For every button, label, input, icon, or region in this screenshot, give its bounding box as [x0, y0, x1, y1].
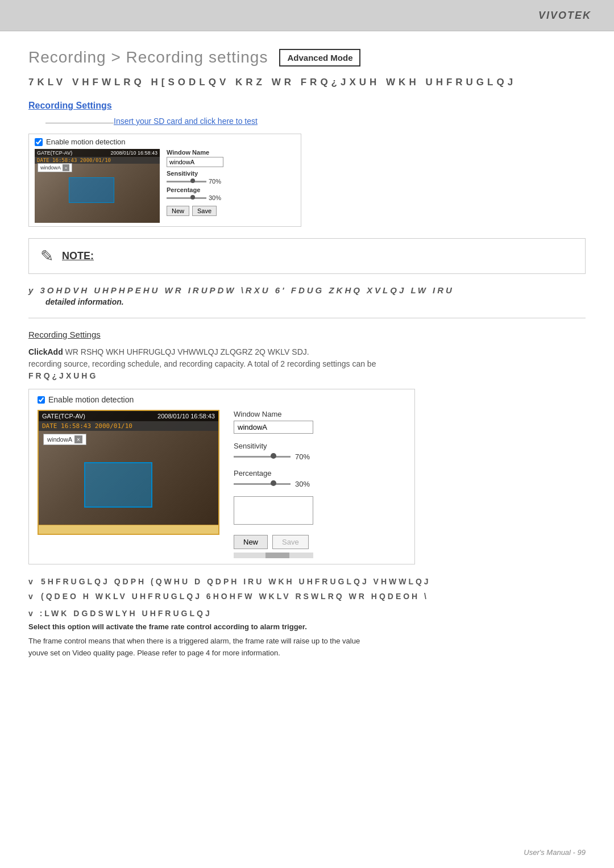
enable-motion-checkbox-large[interactable]: [38, 396, 45, 404]
page-title-row: Recording > Recording settings Advanced …: [28, 48, 586, 67]
note-box: ✎ NOTE:: [28, 238, 586, 274]
enable-motion-row-small: Enable motion detection: [35, 138, 295, 146]
btn-row-small: New Save: [167, 206, 223, 216]
click-add-description: ClickAdd WR RSHQ WKH UHFRUGLQJ VHWWLQJ Z…: [28, 346, 586, 382]
percentage-thumb-large[interactable]: [271, 480, 276, 486]
sensitivity-slider-row-large: 70%: [234, 452, 313, 461]
detection-box-large[interactable]: [84, 462, 152, 508]
bullet-text-2: (QDEO H WKLV UHFRUGLQJ 6HOHFW WKLV RSWLR…: [41, 592, 429, 601]
motion-textarea[interactable]: [234, 496, 313, 525]
section2-detail1: recording source, recording schedule, an…: [28, 359, 376, 368]
bullet-section: v 5HFRUGLQJ QDPH (QWHU D QDPH IRU WKH UH…: [28, 577, 586, 601]
window-label-text-small: windowA: [40, 165, 61, 171]
sensitivity-slider-row-small: 70%: [167, 178, 223, 185]
video-preview-large: GATE(TCP-AV) 2008/01/10 16:58:43 DATE 16…: [38, 410, 219, 535]
percentage-slider-row-large: 30%: [234, 480, 313, 488]
new-button-small[interactable]: New: [167, 206, 189, 216]
section2-detail2: FRQ¿JXUHG: [28, 371, 98, 380]
page-footer: User's Manual - 99: [524, 848, 586, 857]
date-bar-large: DATE 16:58:43 2000/01/10: [39, 421, 218, 431]
adaptive-desc1: Select this option will activate the fra…: [28, 621, 586, 633]
timestamp-small: 2008/01/10 16:58:43: [110, 150, 157, 156]
adaptive-desc3: youve set on Video quality page. Please …: [28, 647, 586, 659]
sd-card-notice[interactable]: Insert your SD card and click here to te…: [114, 117, 258, 126]
adaptive-desc2: The frame control means that when there …: [28, 636, 586, 647]
enable-motion-label-small: Enable motion detection: [46, 138, 125, 146]
save-button-small[interactable]: Save: [192, 206, 217, 216]
channel-small: GATE(TCP-AV): [37, 150, 72, 156]
video-overlay-small: GATE(TCP-AV) 2008/01/10 16:58:43: [35, 149, 160, 157]
percentage-value-small: 30%: [209, 194, 221, 201]
timestamp-large: 2008/01/10 16:58:43: [157, 413, 215, 420]
click-add-text-cont: WR RSHQ WKH UHFRUGLQJ VHWWLQJ ZLQGRZ 2Q …: [63, 347, 309, 356]
video-bottom-bar: [39, 525, 218, 534]
sensitivity-value-small: 70%: [209, 178, 221, 185]
video-overlay-large: GATE(TCP-AV) 2008/01/10 16:58:43: [39, 411, 218, 421]
preview-small: GATE(TCP-AV) 2008/01/10 16:58:43 DATE 16…: [35, 149, 295, 223]
percentage-label-small: Percentage: [167, 186, 223, 193]
main-content: Recording > Recording settings Advanced …: [0, 31, 614, 682]
sensitivity-thumb-large[interactable]: [271, 453, 276, 459]
note-icon: ✎: [40, 247, 53, 265]
scrollbar-thumb[interactable]: [265, 553, 289, 558]
sensitivity-track-large[interactable]: [234, 456, 291, 458]
window-label-small: windowA ×: [38, 163, 72, 172]
brand-name: VIVOTEK: [538, 10, 591, 22]
percentage-value-large: 30%: [295, 480, 310, 488]
window-name-label-small: Window Name: [167, 149, 223, 156]
motion-controls-small: Window Name Sensitivity 70% Percentage: [167, 149, 223, 216]
note-title: NOTE:: [62, 250, 94, 262]
detection-box-small[interactable]: [69, 177, 114, 203]
adaptive-section: v :LWK DGDSWLYH UHFRUGLQJ Select this op…: [28, 609, 586, 659]
adaptive-title: v :LWK DGDSWLYH UHFRUGLQJ: [28, 609, 586, 618]
window-label-text-large: windowA: [47, 436, 72, 443]
sensitivity-label-large: Sensitivity: [234, 442, 313, 450]
percentage-track-large[interactable]: [234, 483, 291, 485]
window-name-label-large: Window Name: [234, 410, 313, 418]
percentage-thumb-small[interactable]: [190, 195, 195, 200]
page-header: VIVOTEK: [0, 0, 614, 31]
window-label-large: windowA ×: [43, 434, 86, 445]
btn-row-large: New Save: [234, 535, 313, 549]
bullet-text-1: 5HFRUGLQJ QDPH (QWHU D QDPH IRU WKH UHFR…: [41, 577, 431, 586]
new-button-large[interactable]: New: [234, 535, 268, 549]
motion-detection-panel-large: Enable motion detection GATE(TCP-AV) 200…: [28, 389, 415, 564]
enable-motion-row-large: Enable motion detection: [38, 395, 406, 404]
video-preview-small: GATE(TCP-AV) 2008/01/10 16:58:43 DATE 16…: [35, 149, 160, 223]
divider1: [28, 318, 586, 318]
bullet-v-1: v: [28, 577, 36, 586]
save-button-large[interactable]: Save: [272, 535, 309, 549]
channel-large: GATE(TCP-AV): [42, 413, 85, 420]
motion-controls-large: Window Name Sensitivity 70% Percentage: [234, 410, 313, 558]
percentage-slider-row-small: 30%: [167, 194, 223, 201]
click-label: Click: [28, 347, 47, 356]
page-title: Recording > Recording settings: [28, 48, 268, 67]
add-label: Add: [47, 347, 63, 356]
window-name-input-large[interactable]: [234, 421, 313, 434]
percentage-track-small[interactable]: [167, 197, 206, 199]
advanced-mode-button[interactable]: Advanced Mode: [279, 49, 360, 67]
bullet-item-2: v (QDEO H WKLV UHFRUGLQJ 6HOHFW WKLV RSW…: [28, 592, 586, 601]
close-window-btn-large[interactable]: ×: [74, 435, 82, 443]
section2-heading: Recording Settings: [28, 330, 586, 339]
preview-large: GATE(TCP-AV) 2008/01/10 16:58:43 DATE 16…: [38, 410, 406, 558]
bullet-v-2: v: [28, 592, 36, 601]
enable-motion-label-large: Enable motion detection: [48, 395, 134, 404]
sensitivity-thumb-small[interactable]: [190, 178, 195, 183]
close-window-btn-small[interactable]: ×: [63, 164, 69, 171]
scrollbar-bottom[interactable]: [234, 553, 313, 558]
percentage-label-large: Percentage: [234, 469, 313, 477]
bullet-item-1: v 5HFRUGLQJ QDPH (QWHU D QDPH IRU WKH UH…: [28, 577, 586, 586]
note-detail-text: detailed information.: [45, 297, 586, 306]
enable-motion-checkbox-small[interactable]: [35, 138, 43, 146]
intro-scrambled-text: 7KLV VHFWLRQ H[SODLQV KRZ WR FRQ¿JXUH WK…: [28, 77, 586, 88]
note-scrambled-text: y 3OHDVH UHPHPEHU WR IRUPDW \RXU 6' FDUG…: [28, 285, 586, 295]
sensitivity-value-large: 70%: [295, 452, 310, 461]
sensitivity-track-small[interactable]: [167, 181, 206, 182]
section1-heading: Recording Settings: [28, 101, 586, 111]
window-name-input-small[interactable]: [167, 157, 223, 167]
sensitivity-label-small: Sensitivity: [167, 170, 223, 177]
motion-detection-panel-small: Enable motion detection GATE(TCP-AV) 200…: [28, 134, 301, 227]
